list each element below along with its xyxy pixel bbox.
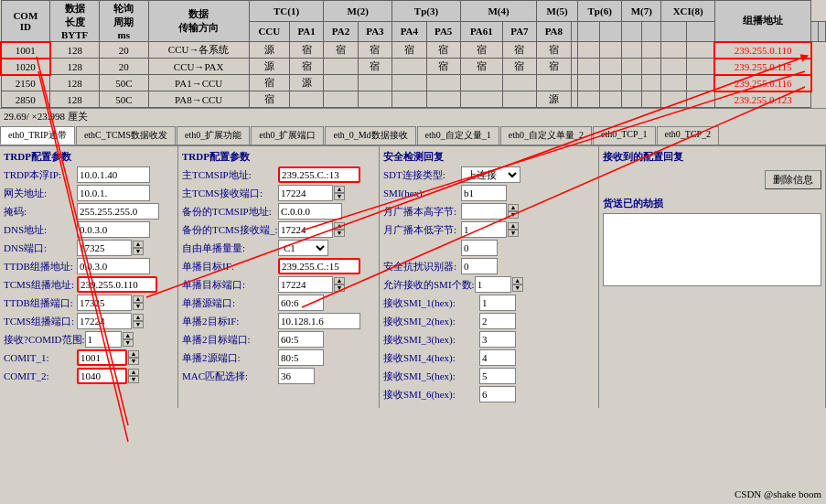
spin-down[interactable]: ▼	[128, 358, 139, 365]
spin-down[interactable]: ▼	[334, 230, 345, 237]
select-connection-type[interactable]: 上连接	[461, 166, 520, 183]
col-header-tp3: Tp(3)	[392, 1, 461, 22]
select-free-unicast[interactable]: C1	[278, 240, 328, 256]
spin-down[interactable]: ▼	[334, 193, 345, 200]
spin-up[interactable]: ▲	[334, 277, 345, 284]
cell-x1	[571, 59, 578, 75]
input-smi3[interactable]	[479, 331, 516, 348]
input-dns-port[interactable]	[77, 240, 132, 256]
input-unicast2-src-port[interactable]	[278, 349, 324, 366]
input-tcms-port[interactable]	[77, 313, 132, 329]
tab-eth0-tcp2[interactable]: eth0_TCP_2	[657, 126, 720, 145]
input-tcms-addr[interactable]	[77, 276, 157, 293]
tab-eth0-extend-port[interactable]: eth0_扩展端口	[251, 126, 324, 145]
input-smi1[interactable]	[479, 295, 516, 311]
sub-header-pa61: PA61	[460, 21, 502, 42]
spin-up[interactable]: ▲	[133, 241, 144, 248]
data-table: COMID 数据长度BYTF 轮询周期ms 数据传输方向 TC(1) M(2) …	[0, 0, 826, 108]
spin-up[interactable]: ▲	[133, 295, 144, 303]
tab-eth0-custom2[interactable]: eth0_自定义单量_2	[500, 126, 592, 145]
col-header-multicast: 组播地址	[714, 1, 811, 42]
spin-up[interactable]: ▲	[128, 350, 139, 358]
input-backup-tcms-port[interactable]	[278, 221, 333, 238]
cell-multicast: 239.255.0.123	[714, 91, 811, 108]
tab-eth0-extend[interactable]: eth0_扩展功能	[177, 126, 250, 145]
cell-x6	[661, 91, 687, 108]
cell-x4	[622, 91, 642, 108]
cell-x2	[578, 59, 600, 75]
spin-up[interactable]: ▲	[334, 222, 345, 230]
cell-multicast: 239.255.0.110	[714, 42, 811, 59]
cell-pa7	[502, 75, 536, 91]
input-smi2[interactable]	[479, 313, 516, 329]
cell-com-id: 2150	[1, 75, 50, 91]
input-unicast2-target-port[interactable]	[278, 331, 324, 348]
input-main-tcms-ip[interactable]	[278, 166, 360, 183]
input-high-byte[interactable]	[461, 203, 507, 220]
spin-up[interactable]: ▲	[133, 314, 144, 321]
input-ttdb-addr[interactable]	[77, 258, 150, 274]
cell-len: 128	[50, 91, 100, 108]
input-smi[interactable]	[461, 185, 507, 201]
spin-up[interactable]: ▲	[123, 332, 134, 339]
spin-down[interactable]: ▼	[123, 339, 134, 347]
tab-eth0-tcp1[interactable]: eth0_TCP_1	[593, 126, 656, 145]
tab-bar: eth0_TRIP通带 ethC_TCMS数据收发 eth0_扩展功能 eth0…	[0, 124, 826, 146]
cell-pa2	[324, 59, 358, 75]
label-unicast-target-port: 单播目标端口:	[182, 278, 278, 292]
spin-up[interactable]: ▲	[508, 204, 519, 211]
spin-up[interactable]: ▲	[512, 277, 523, 284]
cell-x1	[571, 91, 578, 108]
input-mask[interactable]	[77, 203, 159, 220]
input-backup-tcms-ip[interactable]	[278, 203, 342, 220]
spin-down[interactable]: ▼	[334, 284, 345, 292]
spin-down[interactable]: ▼	[512, 284, 523, 292]
cell-pa4	[392, 91, 426, 108]
freight-title: 货送已的劫损	[603, 197, 821, 210]
spin-up[interactable]: ▲	[334, 186, 345, 193]
input-unicast-target[interactable]	[278, 258, 360, 274]
input-ttdb-port[interactable]	[77, 295, 132, 311]
clear-info-button[interactable]: 删除信息	[765, 170, 821, 189]
input-safety[interactable]	[461, 258, 498, 274]
input-unicast-src-port[interactable]	[278, 295, 324, 311]
spin-down[interactable]: ▼	[128, 376, 139, 383]
input-unicast-target-port[interactable]	[278, 276, 333, 293]
spin-up[interactable]: ▲	[508, 222, 519, 230]
input-main-tcms-port[interactable]	[278, 185, 333, 201]
input-mac-select[interactable]	[278, 368, 315, 384]
sub-header-x8	[819, 21, 826, 42]
spin-up[interactable]: ▲	[128, 369, 139, 376]
input-smi5[interactable]	[479, 368, 516, 384]
spin-down[interactable]: ▼	[508, 211, 519, 219]
label-tcms-port: TCMS组播端口:	[4, 315, 77, 328]
form-row-unicast2-target: 单播2目标IF:	[182, 313, 375, 329]
input-smi6[interactable]	[479, 386, 516, 402]
cell-x3	[600, 91, 622, 108]
input-gateway[interactable]	[77, 185, 150, 201]
tab-eth0-trip[interactable]: eth0_TRIP通带	[0, 126, 75, 145]
cell-x6	[661, 42, 687, 59]
tab-ethc-tcms[interactable]: ethC_TCMS数据收发	[76, 126, 176, 145]
input-trdp-ip[interactable]	[77, 166, 150, 183]
input-low-byte[interactable]	[461, 221, 507, 238]
input-dns[interactable]	[77, 221, 150, 238]
spin-down[interactable]: ▼	[133, 248, 144, 255]
input-unicast2-target[interactable]	[278, 313, 360, 329]
label-backup-tcms-port: 备份的TCMS接收端_:	[182, 223, 278, 237]
input-smi4[interactable]	[479, 349, 516, 366]
sub-header-x2	[600, 21, 622, 42]
spin-down[interactable]: ▼	[133, 321, 144, 328]
spin-down[interactable]: ▼	[508, 230, 519, 237]
tab-eth0-md[interactable]: eth_0_Md数据接收	[325, 126, 415, 145]
spin-down[interactable]: ▼	[133, 303, 144, 310]
tab-eth0-custom1[interactable]: eth0_自定义量_1	[417, 126, 499, 145]
input-val0[interactable]	[461, 240, 498, 256]
input-comit1[interactable]	[77, 349, 127, 366]
input-comit2[interactable]	[77, 368, 127, 384]
input-comid-range[interactable]	[85, 331, 122, 348]
cell-x3	[600, 59, 622, 75]
input-allow-smi[interactable]	[475, 276, 511, 293]
cell-len: 128	[50, 75, 100, 91]
sub-header-x4	[641, 21, 661, 42]
